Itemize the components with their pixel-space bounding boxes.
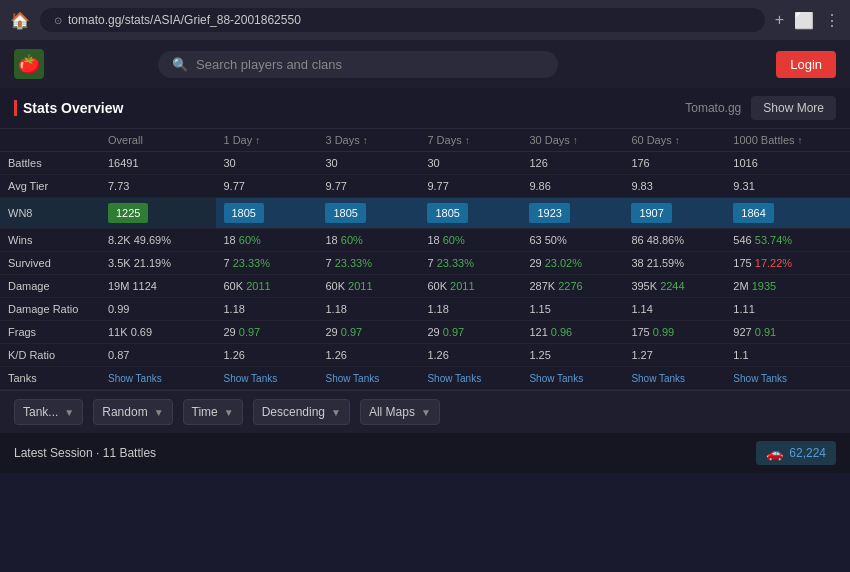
stat-complex-cell: 38 21.59% <box>623 252 725 275</box>
table-row: Damage Ratio0.991.181.181.181.151.141.11 <box>0 298 850 321</box>
window-icon[interactable]: ⬜ <box>794 11 814 30</box>
order-dropdown-label: Descending <box>262 405 325 419</box>
tanks-cell[interactable]: Show Tanks <box>623 367 725 390</box>
table-row: K/D Ratio0.871.261.261.261.251.271.1 <box>0 344 850 367</box>
table-row: Damage19M 112460K 201160K 201160K 201128… <box>0 275 850 298</box>
time-dropdown-label: Time <box>192 405 218 419</box>
stat-complex-cell: 18 60% <box>419 229 521 252</box>
table-header-row: Overall 1 Day ↑ 3 Days ↑ 7 Days ↑ 30 Day… <box>0 129 850 152</box>
tank-icon: 🚗 <box>766 445 783 461</box>
stat-cell: 9.83 <box>623 175 725 198</box>
tank-dropdown-label: Tank... <box>23 405 58 419</box>
menu-icon[interactable]: ⋮ <box>824 11 840 30</box>
stat-complex-cell: 29 0.97 <box>419 321 521 344</box>
stat-complex-cell: 60K 2011 <box>317 275 419 298</box>
tanks-cell[interactable]: Show Tanks <box>216 367 318 390</box>
order-dropdown[interactable]: Descending ▼ <box>253 399 350 425</box>
tanks-cell[interactable]: Show Tanks <box>521 367 623 390</box>
search-bar[interactable]: 🔍 Search players and clans <box>158 51 558 78</box>
col-header-overall: Overall <box>100 129 216 152</box>
stat-complex-cell: 29 23.02% <box>521 252 623 275</box>
wn8-cell: 1923 <box>521 198 623 229</box>
stat-cell: 9.77 <box>317 175 419 198</box>
wn8-cell: 1805 <box>216 198 318 229</box>
row-label: Avg Tier <box>0 175 100 198</box>
table-row: Frags11K 0.6929 0.9729 0.9729 0.97121 0.… <box>0 321 850 344</box>
stat-cell: 1.26 <box>216 344 318 367</box>
col-header-60days: 60 Days ↑ <box>623 129 725 152</box>
url-text: tomato.gg/stats/ASIA/Grief_88-2001862550 <box>68 13 301 27</box>
stat-complex-cell: 175 17.22% <box>725 252 850 275</box>
stat-complex-cell: 29 0.97 <box>216 321 318 344</box>
map-dropdown[interactable]: All Maps ▼ <box>360 399 440 425</box>
search-placeholder: Search players and clans <box>196 57 342 72</box>
filter-bar: Tank... ▼ Random ▼ Time ▼ Descending ▼ A… <box>0 390 850 433</box>
random-dropdown[interactable]: Random ▼ <box>93 399 172 425</box>
stat-cell: 16491 <box>100 152 216 175</box>
stat-cell: 1.27 <box>623 344 725 367</box>
home-icon[interactable]: 🏠 <box>10 11 30 30</box>
stat-complex-cell: 8.2K 49.69% <box>100 229 216 252</box>
row-label: WN8 <box>0 198 100 229</box>
session-info: Latest Session · 11 Battles <box>14 446 156 460</box>
row-label: Survived <box>0 252 100 275</box>
stat-cell: 1.11 <box>725 298 850 321</box>
order-dropdown-arrow: ▼ <box>331 407 341 418</box>
tanks-cell[interactable]: Show Tanks <box>317 367 419 390</box>
stat-complex-cell: 86 48.86% <box>623 229 725 252</box>
stat-complex-cell: 546 53.74% <box>725 229 850 252</box>
row-label: Damage <box>0 275 100 298</box>
stats-title: Stats Overview <box>14 100 123 116</box>
stat-complex-cell: 63 50% <box>521 229 623 252</box>
tomato-label: Tomato.gg <box>685 101 741 115</box>
stat-cell: 1.18 <box>419 298 521 321</box>
stat-complex-cell: 395K 2244 <box>623 275 725 298</box>
stat-complex-cell: 2M 1935 <box>725 275 850 298</box>
login-button[interactable]: Login <box>776 51 836 78</box>
stat-complex-cell: 60K 2011 <box>216 275 318 298</box>
table-row: Battles164913030301261761016 <box>0 152 850 175</box>
new-tab-icon[interactable]: + <box>775 11 784 30</box>
col-header-3days: 3 Days ↑ <box>317 129 419 152</box>
table-row: Survived3.5K 21.19%7 23.33%7 23.33%7 23.… <box>0 252 850 275</box>
col-header-1day: 1 Day ↑ <box>216 129 318 152</box>
stat-cell: 7.73 <box>100 175 216 198</box>
stat-cell: 9.77 <box>419 175 521 198</box>
stat-complex-cell: 19M 1124 <box>100 275 216 298</box>
stat-cell: 9.31 <box>725 175 850 198</box>
col-header-label <box>0 129 100 152</box>
time-dropdown[interactable]: Time ▼ <box>183 399 243 425</box>
tank-dropdown-arrow: ▼ <box>64 407 74 418</box>
row-label: K/D Ratio <box>0 344 100 367</box>
stat-cell: 0.87 <box>100 344 216 367</box>
tanks-cell[interactable]: Show Tanks <box>100 367 216 390</box>
browser-bar: 🏠 ⊙ tomato.gg/stats/ASIA/Grief_88-200186… <box>0 0 850 40</box>
tanks-cell[interactable]: Show Tanks <box>725 367 850 390</box>
logo: 🍅 <box>14 49 44 79</box>
tanks-cell[interactable]: Show Tanks <box>419 367 521 390</box>
stat-cell: 1.18 <box>317 298 419 321</box>
url-bar[interactable]: ⊙ tomato.gg/stats/ASIA/Grief_88-20018625… <box>40 8 765 32</box>
browser-actions: + ⬜ ⋮ <box>775 11 840 30</box>
map-dropdown-label: All Maps <box>369 405 415 419</box>
stat-complex-cell: 287K 2276 <box>521 275 623 298</box>
table-row: Wins8.2K 49.69%18 60%18 60%18 60%63 50%8… <box>0 229 850 252</box>
stat-cell: 9.86 <box>521 175 623 198</box>
wn8-cell: 1225 <box>100 198 216 229</box>
header: 🍅 🔍 Search players and clans Login <box>0 40 850 88</box>
stat-cell: 126 <box>521 152 623 175</box>
logo-icon: 🍅 <box>18 53 40 75</box>
session-battles: 11 Battles <box>103 446 156 460</box>
stat-complex-cell: 29 0.97 <box>317 321 419 344</box>
stat-complex-cell: 60K 2011 <box>419 275 521 298</box>
row-label: Damage Ratio <box>0 298 100 321</box>
stat-complex-cell: 7 23.33% <box>216 252 318 275</box>
tank-dropdown[interactable]: Tank... ▼ <box>14 399 83 425</box>
stat-cell: 1.25 <box>521 344 623 367</box>
session-label: Latest Session <box>14 446 93 460</box>
stat-cell: 176 <box>623 152 725 175</box>
stats-table: Overall 1 Day ↑ 3 Days ↑ 7 Days ↑ 30 Day… <box>0 129 850 390</box>
stat-complex-cell: 7 23.33% <box>317 252 419 275</box>
wn8-cell: 1805 <box>317 198 419 229</box>
show-more-button[interactable]: Show More <box>751 96 836 120</box>
